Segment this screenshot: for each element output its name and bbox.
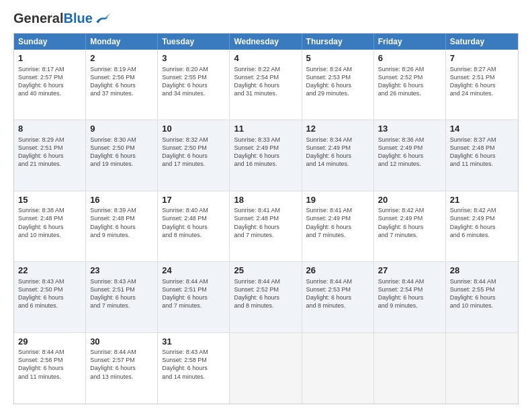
calendar-body: 1Sunrise: 8:17 AMSunset: 2:57 PMDaylight… xyxy=(14,50,518,404)
day-info: and 17 minutes. xyxy=(162,160,225,168)
day-info: Sunrise: 8:29 AM xyxy=(18,136,81,144)
calendar-cell: 5Sunrise: 8:24 AMSunset: 2:53 PMDaylight… xyxy=(302,50,374,120)
day-info: Daylight: 6 hours xyxy=(162,364,225,372)
calendar-cell: 9Sunrise: 8:30 AMSunset: 2:50 PMDaylight… xyxy=(86,120,158,190)
day-info: Daylight: 6 hours xyxy=(234,223,297,231)
day-number: 15 xyxy=(18,194,81,206)
day-info: and 10 minutes. xyxy=(450,302,514,310)
day-info: Daylight: 6 hours xyxy=(162,293,225,302)
day-info: Daylight: 6 hours xyxy=(306,81,369,89)
day-number: 3 xyxy=(162,52,225,64)
calendar-cell: 12Sunrise: 8:34 AMSunset: 2:49 PMDayligh… xyxy=(302,120,374,190)
day-number: 10 xyxy=(162,123,225,135)
day-info: Sunset: 2:55 PM xyxy=(450,285,514,293)
day-info: and 37 minutes. xyxy=(90,89,153,97)
day-number: 24 xyxy=(162,265,225,277)
day-number: 28 xyxy=(450,265,514,277)
logo-text: GeneralBlue xyxy=(13,11,93,26)
day-number: 11 xyxy=(234,123,297,135)
day-info: Daylight: 6 hours xyxy=(90,81,153,89)
day-info: Sunrise: 8:38 AM xyxy=(18,206,81,214)
day-info: Sunrise: 8:22 AM xyxy=(234,65,297,73)
calendar-cell: 23Sunrise: 8:43 AMSunset: 2:51 PMDayligh… xyxy=(86,262,158,332)
day-info: Sunrise: 8:39 AM xyxy=(90,206,153,214)
day-number: 7 xyxy=(450,52,514,64)
calendar-cell: 14Sunrise: 8:37 AMSunset: 2:48 PMDayligh… xyxy=(446,120,518,190)
day-info: and 7 minutes. xyxy=(162,302,225,310)
page: GeneralBlue SundayMondayTuesdayWednesday… xyxy=(0,0,532,411)
day-info: Daylight: 6 hours xyxy=(306,223,369,231)
day-number: 30 xyxy=(90,336,153,348)
calendar-cell: 10Sunrise: 8:32 AMSunset: 2:50 PMDayligh… xyxy=(158,120,230,190)
calendar-cell: 1Sunrise: 8:17 AMSunset: 2:57 PMDaylight… xyxy=(14,50,86,120)
day-info: Sunset: 2:49 PM xyxy=(378,214,441,222)
day-info: Sunset: 2:57 PM xyxy=(90,356,153,364)
calendar-row: 15Sunrise: 8:38 AMSunset: 2:48 PMDayligh… xyxy=(14,191,518,262)
day-info: Daylight: 6 hours xyxy=(18,223,81,231)
weekday-header: Friday xyxy=(374,34,446,50)
day-info: Daylight: 6 hours xyxy=(162,152,225,160)
calendar-cell: 28Sunrise: 8:44 AMSunset: 2:55 PMDayligh… xyxy=(446,262,518,332)
day-info: Sunset: 2:51 PM xyxy=(450,73,514,81)
day-info: Daylight: 6 hours xyxy=(378,152,441,160)
day-number: 20 xyxy=(378,194,441,206)
day-info: Sunrise: 8:44 AM xyxy=(450,277,514,285)
logo-bird-icon xyxy=(94,12,110,26)
day-info: Sunrise: 8:34 AM xyxy=(306,136,369,144)
day-info: and 8 minutes. xyxy=(162,231,225,239)
day-info: Sunrise: 8:36 AM xyxy=(378,136,441,144)
day-info: Sunset: 2:49 PM xyxy=(306,144,369,152)
day-info: Sunset: 2:51 PM xyxy=(18,144,81,152)
day-info: and 11 minutes. xyxy=(450,160,514,168)
day-info: and 19 minutes. xyxy=(90,160,153,168)
day-info: Sunrise: 8:33 AM xyxy=(234,136,297,144)
day-info: Daylight: 6 hours xyxy=(378,81,441,89)
day-info: Sunset: 2:51 PM xyxy=(162,285,225,293)
day-info: Sunrise: 8:19 AM xyxy=(90,65,153,73)
day-info: and 9 minutes. xyxy=(90,231,153,239)
calendar-cell: 27Sunrise: 8:44 AMSunset: 2:54 PMDayligh… xyxy=(374,262,446,332)
day-info: Sunrise: 8:44 AM xyxy=(162,277,225,285)
day-number: 26 xyxy=(306,265,369,277)
day-number: 25 xyxy=(234,265,297,277)
day-info: Daylight: 6 hours xyxy=(90,152,153,160)
calendar-cell: 8Sunrise: 8:29 AMSunset: 2:51 PMDaylight… xyxy=(14,120,86,190)
day-info: Sunset: 2:50 PM xyxy=(90,144,153,152)
calendar-cell: 2Sunrise: 8:19 AMSunset: 2:56 PMDaylight… xyxy=(86,50,158,120)
day-info: Sunset: 2:54 PM xyxy=(378,285,441,293)
day-info: Daylight: 6 hours xyxy=(90,364,153,372)
day-info: Sunset: 2:56 PM xyxy=(90,73,153,81)
day-info: Daylight: 6 hours xyxy=(234,152,297,160)
day-number: 9 xyxy=(90,123,153,135)
calendar-header: SundayMondayTuesdayWednesdayThursdayFrid… xyxy=(14,34,518,50)
day-info: and 14 minutes. xyxy=(306,160,369,168)
day-number: 17 xyxy=(162,194,225,206)
day-number: 2 xyxy=(90,52,153,64)
day-number: 27 xyxy=(378,265,441,277)
day-number: 19 xyxy=(306,194,369,206)
day-info: Sunrise: 8:37 AM xyxy=(450,136,514,144)
day-info: Sunrise: 8:17 AM xyxy=(18,65,81,73)
weekday-header: Monday xyxy=(86,34,158,50)
empty-cell xyxy=(374,333,446,404)
day-number: 21 xyxy=(450,194,514,206)
day-number: 4 xyxy=(234,52,297,64)
calendar-cell: 16Sunrise: 8:39 AMSunset: 2:48 PMDayligh… xyxy=(86,191,158,261)
calendar-cell: 31Sunrise: 8:43 AMSunset: 2:58 PMDayligh… xyxy=(158,333,230,404)
day-info: Daylight: 6 hours xyxy=(450,152,514,160)
day-info: Sunrise: 8:44 AM xyxy=(234,277,297,285)
calendar-cell: 11Sunrise: 8:33 AMSunset: 2:49 PMDayligh… xyxy=(230,120,302,190)
day-number: 6 xyxy=(378,52,441,64)
day-info: Sunrise: 8:26 AM xyxy=(378,65,441,73)
calendar-cell: 4Sunrise: 8:22 AMSunset: 2:54 PMDaylight… xyxy=(230,50,302,120)
weekday-header: Sunday xyxy=(14,34,86,50)
day-info: Daylight: 6 hours xyxy=(450,81,514,89)
day-info: Sunrise: 8:43 AM xyxy=(18,277,81,285)
day-info: Daylight: 6 hours xyxy=(90,293,153,302)
day-number: 5 xyxy=(306,52,369,64)
day-number: 31 xyxy=(162,336,225,348)
day-info: Sunset: 2:52 PM xyxy=(378,73,441,81)
day-info: and 8 minutes. xyxy=(234,302,297,310)
day-info: Daylight: 6 hours xyxy=(18,152,81,160)
day-info: and 6 minutes. xyxy=(18,302,81,310)
